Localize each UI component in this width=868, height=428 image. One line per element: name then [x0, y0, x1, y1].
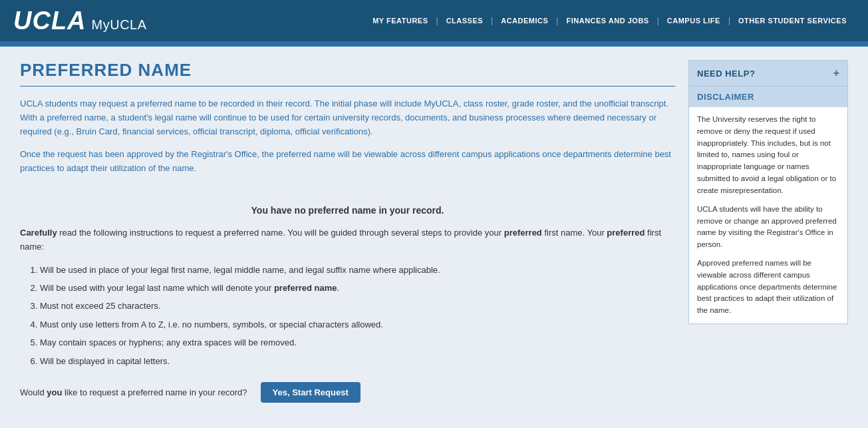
instruction-item-2: Will be used with your legal last name w… [40, 280, 675, 296]
subheader-stripe [0, 41, 868, 47]
request-row: Would you like to request a preferred na… [20, 382, 675, 403]
logo-area: UCLA MyUCLA [13, 7, 147, 35]
nav-item-finances-and-jobs[interactable]: FINANCES AND JOBS [558, 17, 656, 25]
disclaimer-text: The University reserves the right to rem… [689, 107, 847, 323]
nav-item-my-features[interactable]: MY FEATURES [364, 17, 436, 25]
instructions-intro: Carefully read the following instruction… [20, 226, 675, 254]
header: UCLA MyUCLA MY FEATURES|CLASSES|ACADEMIC… [0, 0, 868, 41]
nav-item-academics[interactable]: ACADEMICS [493, 17, 556, 25]
need-help-header[interactable]: NEED HELP? + [689, 61, 847, 86]
need-help-expand-icon: + [833, 67, 839, 79]
nav-item-other-student-services[interactable]: OTHER STUDENT SERVICES [730, 17, 855, 25]
instruction-item-5: May contain spaces or hyphens; any extra… [40, 335, 675, 350]
need-help-box: NEED HELP? + DISCLAIMER The University r… [688, 60, 848, 324]
disclaimer-paragraph: The University reserves the right to rem… [697, 114, 839, 197]
instruction-item-6: Will be displayed in capital letters. [40, 353, 675, 369]
disclaimer-title: DISCLAIMER [697, 92, 754, 102]
intro-text-2: Once the request has been approved by th… [20, 148, 675, 176]
disclaimer-paragraph: Approved preferred names will be viewabl… [697, 258, 839, 317]
nav-item-classes[interactable]: CLASSES [438, 17, 491, 25]
instruction-item-1: Will be used in place of your legal firs… [40, 262, 675, 278]
instruction-item-4: Must only use letters from A to Z, i.e. … [40, 317, 675, 332]
main-nav: MY FEATURES|CLASSES|ACADEMICS|FINANCES A… [364, 16, 855, 25]
main-container: PREFERRED NAME UCLA students may request… [0, 47, 868, 416]
content-area: PREFERRED NAME UCLA students may request… [20, 60, 675, 403]
page-title: PREFERRED NAME [20, 60, 675, 81]
nav-item-campus-life[interactable]: CAMPUS LIFE [659, 17, 728, 25]
title-divider [20, 86, 675, 87]
yes-start-request-button[interactable]: Yes, Start Request [261, 382, 361, 403]
intro-text-1: UCLA students may request a preferred na… [20, 97, 675, 138]
instructions-list: Will be used in place of your legal firs… [40, 262, 675, 369]
instruction-item-3: Must not exceed 25 characters. [40, 298, 675, 314]
disclaimer-header: DISCLAIMER [689, 86, 847, 107]
logo-ucla[interactable]: UCLA [13, 7, 86, 35]
logo-myucla[interactable]: MyUCLA [92, 17, 147, 33]
no-preferred-name-notice: You have no preferred name in your recor… [20, 192, 675, 226]
disclaimer-paragraph: UCLA students will have the ability to r… [697, 204, 839, 251]
need-help-title: NEED HELP? [697, 69, 755, 79]
sidebar: NEED HELP? + DISCLAIMER The University r… [688, 60, 848, 403]
request-question: Would you like to request a preferred na… [20, 387, 247, 397]
